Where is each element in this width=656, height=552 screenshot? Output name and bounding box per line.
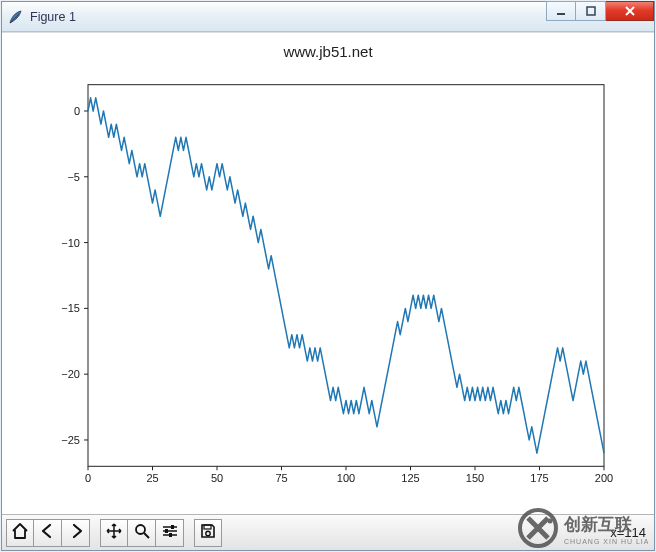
svg-text:25: 25	[146, 472, 158, 484]
svg-rect-5	[88, 85, 604, 467]
configure-button[interactable]	[156, 519, 184, 547]
feather-icon	[8, 9, 24, 25]
arrow-right-icon	[67, 522, 85, 543]
svg-text:−25: −25	[61, 434, 80, 446]
svg-text:125: 125	[401, 472, 419, 484]
svg-rect-2	[587, 7, 595, 15]
forward-button[interactable]	[62, 519, 90, 547]
zoom-button[interactable]	[128, 519, 156, 547]
home-icon	[11, 522, 29, 543]
svg-text:−20: −20	[61, 368, 80, 380]
svg-text:0: 0	[74, 105, 80, 117]
svg-text:−5: −5	[67, 171, 80, 183]
save-button[interactable]	[194, 519, 222, 547]
magnifier-icon	[133, 522, 151, 543]
svg-text:0: 0	[85, 472, 91, 484]
svg-point-36	[136, 525, 145, 534]
svg-text:150: 150	[466, 472, 484, 484]
window-buttons	[546, 2, 654, 31]
toolbar-view-group	[100, 519, 184, 547]
home-button[interactable]	[6, 519, 34, 547]
window-title: Figure 1	[30, 10, 76, 24]
coord-readout: x=114	[610, 525, 650, 540]
svg-rect-39	[171, 525, 174, 529]
minimize-button[interactable]	[546, 1, 576, 21]
app-window: Figure 1 www.jb51.net 025507510012515017…	[1, 1, 655, 551]
svg-rect-43	[169, 533, 172, 537]
arrow-left-icon	[39, 522, 57, 543]
chart-area: www.jb51.net 02550751001251501752000−5−1…	[2, 33, 654, 514]
titlebar[interactable]: Figure 1	[2, 2, 654, 32]
client-area: www.jb51.net 02550751001251501752000−5−1…	[2, 32, 654, 550]
svg-rect-41	[165, 529, 168, 533]
toolbar-nav-group	[6, 519, 90, 547]
svg-point-45	[206, 531, 210, 535]
svg-rect-44	[204, 525, 211, 529]
move-icon	[105, 522, 123, 543]
svg-text:50: 50	[211, 472, 223, 484]
svg-line-37	[144, 533, 149, 538]
maximize-button[interactable]	[576, 1, 606, 21]
close-button[interactable]	[606, 1, 654, 21]
line-chart: 02550751001251501752000−5−10−15−20−25	[2, 33, 654, 514]
toolbar-save-group	[194, 519, 222, 547]
svg-text:175: 175	[530, 472, 548, 484]
svg-text:75: 75	[275, 472, 287, 484]
save-icon	[199, 522, 217, 543]
sliders-icon	[161, 522, 179, 543]
svg-text:−10: −10	[61, 237, 80, 249]
pan-button[interactable]	[100, 519, 128, 547]
matplotlib-toolbar: x=114	[2, 514, 654, 550]
svg-text:200: 200	[595, 472, 613, 484]
svg-text:100: 100	[337, 472, 355, 484]
back-button[interactable]	[34, 519, 62, 547]
svg-text:−15: −15	[61, 302, 80, 314]
